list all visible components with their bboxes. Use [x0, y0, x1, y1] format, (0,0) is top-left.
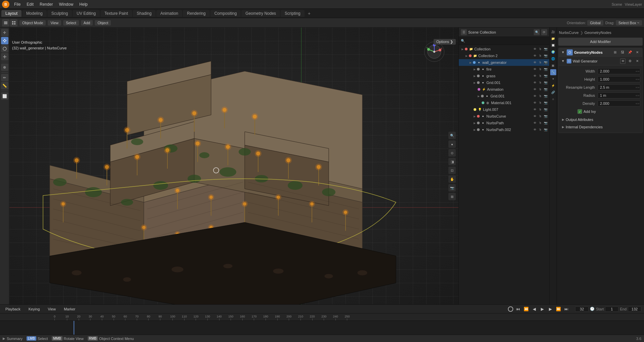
next-frame-btn[interactable]: ▶ — [547, 306, 554, 312]
outliner-sync-btn[interactable]: ⟳ — [541, 29, 547, 35]
zoom-extent-btn[interactable]: ⊡ — [448, 167, 456, 174]
sc-vis-icon-0-grass[interactable]: 👁 — [532, 74, 537, 78]
breadcrumb-nurbs-curve[interactable]: NurbsCurve — [559, 31, 579, 35]
sc-vis-icon-2-grass[interactable]: 📷 — [543, 74, 548, 78]
prop-icon-scene[interactable]: 🌍 — [550, 49, 556, 55]
next-keyframe-btn[interactable]: ⏩ — [555, 306, 562, 312]
end-frame-input[interactable] — [628, 306, 641, 312]
sc-vis-icon-1-Grid001[interactable]: 🖱 — [538, 80, 542, 85]
workspace-tab-uv-editing[interactable]: UV Editing — [73, 10, 100, 17]
workspace-tab-sculpting[interactable]: Sculpting — [47, 10, 72, 17]
sc-vis-icon-2-Grid001_obj[interactable]: 📷 — [543, 94, 548, 98]
prop-icon-object[interactable]: ▣ — [550, 62, 556, 69]
prop-value-radius[interactable]: 1 m⟺ — [598, 92, 640, 98]
sc-item-arrow-Grid001_obj[interactable]: ▶ — [478, 95, 481, 98]
modifier-pin-btn[interactable]: 📌 — [627, 49, 633, 55]
sc-item-Material001[interactable]: ◍Material.001👁🖱📷 — [459, 99, 549, 106]
sc-vis-icon-2-NurbsCurve[interactable]: 📷 — [543, 114, 548, 119]
sc-vis-icon-2-Light007[interactable]: 📷 — [543, 107, 548, 112]
sc-vis-icon-2-collection2[interactable]: 📷 — [543, 53, 548, 58]
zoom-in-icon[interactable]: 🔍 — [448, 132, 456, 139]
sc-item-fire[interactable]: ▶●fire👁🖱📷 — [459, 66, 549, 73]
sc-item-Animation[interactable]: ⚡Animation👁🖱📷 — [459, 86, 549, 93]
sc-item-arrow-grass[interactable]: ▶ — [474, 75, 477, 78]
move-tool[interactable] — [1, 37, 8, 44]
select-menu-btn[interactable]: Select — [63, 20, 79, 26]
menu-item-edit[interactable]: Edit — [24, 1, 36, 7]
modifier-section-output-attributes[interactable]: ▶Output Attributes — [561, 116, 640, 123]
add-menu-btn[interactable]: Add — [81, 20, 93, 26]
sc-item-Grid001_obj[interactable]: ▶●Grid.001👁🖱📷 — [459, 93, 549, 99]
sc-vis-icon-1-fire[interactable]: 🖱 — [538, 67, 542, 72]
workspace-tab-layout[interactable]: Layout — [1, 10, 22, 17]
sc-vis-icon-2-collection[interactable]: 📷 — [543, 47, 548, 51]
sc-vis-icon-0-Grid001_obj[interactable]: 👁 — [532, 94, 537, 98]
prop-icon-view_layer[interactable]: 🔲 — [550, 42, 556, 48]
sc-vis-icon-0-Material001[interactable]: 👁 — [532, 100, 537, 105]
cursor-tool[interactable]: ✛ — [1, 29, 8, 36]
prop-icon-data[interactable]: ⌾ — [550, 96, 556, 102]
prop-icon-modifiers[interactable]: 🔧 — [550, 69, 556, 75]
select-box-btn[interactable]: Select Box ~ — [616, 20, 642, 26]
sc-vis-icon-0-fire[interactable]: 👁 — [532, 67, 537, 72]
workspace-tab-rendering[interactable]: Rendering — [183, 10, 209, 17]
view-menu-btn[interactable]: View — [48, 20, 61, 26]
sc-item-Grid001[interactable]: ▶●Grid.001👁🖱📷 — [459, 79, 549, 86]
add-cube-tool[interactable]: ⬜ — [1, 92, 8, 100]
sc-item-collection2[interactable]: ▶📁Collection 2👁🖱📷 — [459, 52, 549, 59]
prop-icon-particles[interactable]: ✦ — [550, 76, 556, 82]
camera-view-btn[interactable]: 📷 — [448, 184, 456, 191]
sc-vis-icon-1-Animation[interactable]: 🖱 — [538, 87, 542, 92]
sc-item-arrow-Grid001[interactable]: ▶ — [474, 81, 477, 84]
sc-item-NurbsPath[interactable]: ▶●NurbsPath👁🖱📷 — [459, 120, 549, 126]
add-modifier-button[interactable]: Add Modifier — [558, 38, 643, 46]
marker-menu-btn[interactable]: Marker — [61, 306, 78, 312]
view-menu-btn-tl[interactable]: View — [45, 306, 58, 312]
prop-icon-output[interactable]: 📁 — [550, 36, 556, 42]
prop-icon-physics[interactable]: ⚡ — [550, 83, 556, 89]
jump-start-btn[interactable]: ⏮ — [515, 306, 521, 312]
sc-item-arrow-collection[interactable]: ▶ — [461, 48, 465, 51]
prop-value-density[interactable]: 2.000⟺ — [598, 100, 640, 106]
sc-item-grass[interactable]: ▶●grass👁🖱📷 — [459, 73, 549, 79]
breadcrumb-geometry-nodes[interactable]: GeometryNodes — [585, 31, 611, 35]
sc-item-NurbsCurve[interactable]: ▶●NurbsCurve👁🖱📷 — [459, 113, 549, 120]
sc-item-arrow-NurbsPath002[interactable]: ▶ — [474, 128, 477, 131]
outliner-menu-btn[interactable]: ☰ — [461, 29, 467, 35]
timeline-track[interactable] — [0, 321, 644, 335]
sc-vis-icon-0-NurbsPath002[interactable]: 👁 — [532, 127, 537, 132]
rotate-tool[interactable] — [1, 45, 8, 52]
sc-item-wall_generator[interactable]: ▶●wall_generator👁🖱📷 — [459, 59, 549, 66]
modifier-close-btn[interactable]: ✕ — [634, 49, 640, 55]
sc-vis-icon-0-NurbsCurve[interactable]: 👁 — [532, 114, 537, 119]
options-button[interactable]: Options ❯ — [434, 39, 456, 45]
orientation-selector[interactable]: Global — [587, 20, 603, 26]
wall-gen-close-btn[interactable]: ✕ — [634, 58, 640, 64]
sc-vis-icon-1-collection[interactable]: 🖱 — [538, 47, 542, 51]
sc-item-arrow-wall_generator[interactable]: ▶ — [470, 61, 473, 64]
sc-vis-icon-2-fire[interactable]: 📷 — [543, 67, 548, 72]
quad-view-btn[interactable]: ⊞ — [448, 193, 456, 200]
annotate-tool[interactable]: ✏ — [1, 74, 8, 81]
frame-circle-btn[interactable] — [508, 306, 513, 312]
prop-icon-render[interactable]: 🎥 — [550, 29, 556, 35]
sc-item-arrow-fire[interactable]: ▶ — [474, 68, 477, 71]
sc-vis-icon-2-Animation[interactable]: 📷 — [543, 87, 548, 92]
prev-keyframe-btn[interactable]: ⏪ — [523, 306, 529, 312]
menu-item-render[interactable]: Render — [37, 1, 55, 7]
sc-vis-icon-1-Light007[interactable]: 🖱 — [538, 107, 542, 112]
modifier-section-internal-dependencies[interactable]: ▶Internal Dependencies — [561, 123, 640, 131]
jump-end-btn[interactable]: ⏭ — [563, 306, 570, 312]
scale-tool[interactable] — [1, 53, 8, 60]
keying-menu-btn[interactable]: Keying — [26, 306, 43, 312]
sc-item-arrow-collection2[interactable]: ▶ — [466, 54, 469, 57]
sc-item-collection[interactable]: ▶📁Collection👁🖱📷 — [459, 46, 549, 52]
xray-btn[interactable]: ◨ — [448, 158, 456, 165]
sc-item-arrow-NurbsCurve[interactable]: ▶ — [474, 115, 477, 118]
sc-vis-icon-2-NurbsPath[interactable]: 📷 — [543, 121, 548, 125]
prop-value-width[interactable]: 2.000⟺ — [598, 68, 640, 74]
sc-vis-icon-1-grass[interactable]: 🖱 — [538, 74, 542, 78]
transform-tool[interactable]: ⊕ — [1, 63, 8, 71]
sc-item-Light007[interactable]: 💡Light.007👁🖱📷 — [459, 106, 549, 113]
sc-vis-icon-2-Material001[interactable]: 📷 — [543, 100, 548, 105]
